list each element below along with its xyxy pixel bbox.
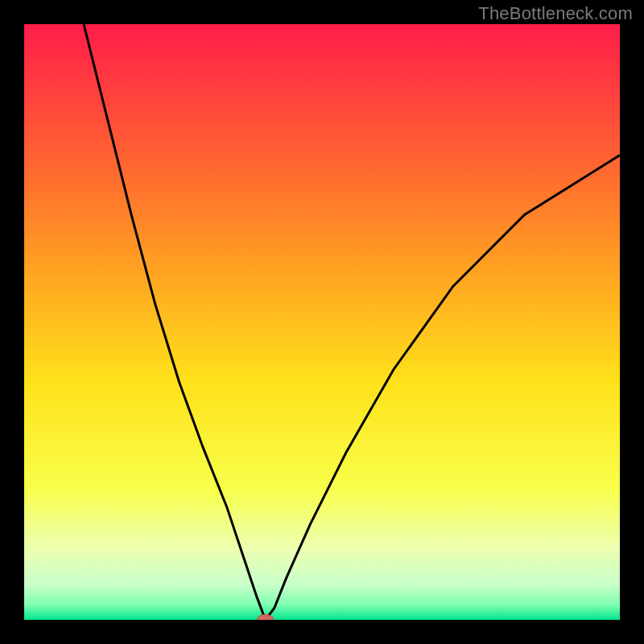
gradient-background [24,24,620,620]
chart-svg [24,24,620,620]
plot-area [24,24,620,620]
watermark-text: TheBottleneck.com [478,3,633,24]
chart-frame: TheBottleneck.com [0,0,644,644]
